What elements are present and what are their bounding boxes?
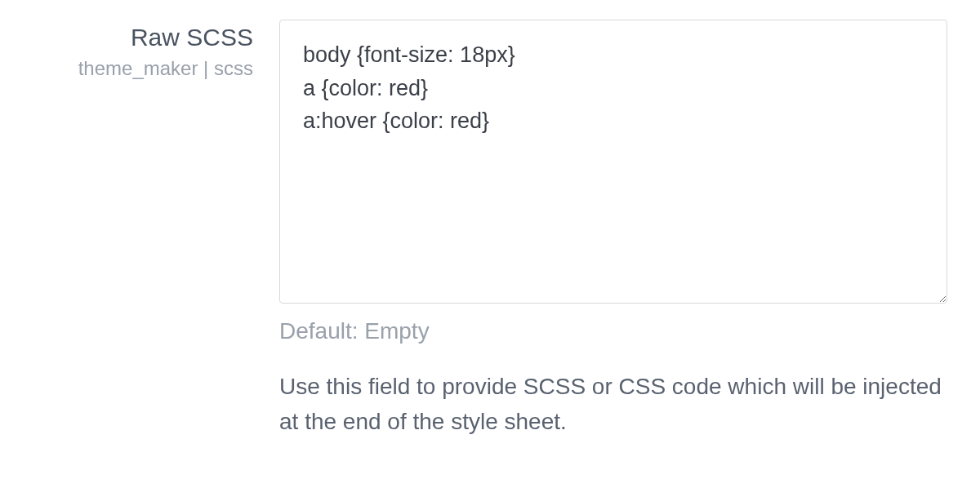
- input-column: Default: Empty Use this field to provide…: [279, 20, 964, 440]
- form-row: Raw SCSS theme_maker | scss Default: Emp…: [0, 0, 980, 440]
- default-value-text: Default: Empty: [279, 318, 947, 344]
- help-text: Use this field to provide SCSS or CSS co…: [279, 369, 947, 440]
- label-column: Raw SCSS theme_maker | scss: [16, 20, 253, 440]
- raw-scss-textarea[interactable]: [279, 20, 947, 304]
- field-label: Raw SCSS: [16, 23, 253, 52]
- field-sublabel: theme_maker | scss: [16, 57, 253, 80]
